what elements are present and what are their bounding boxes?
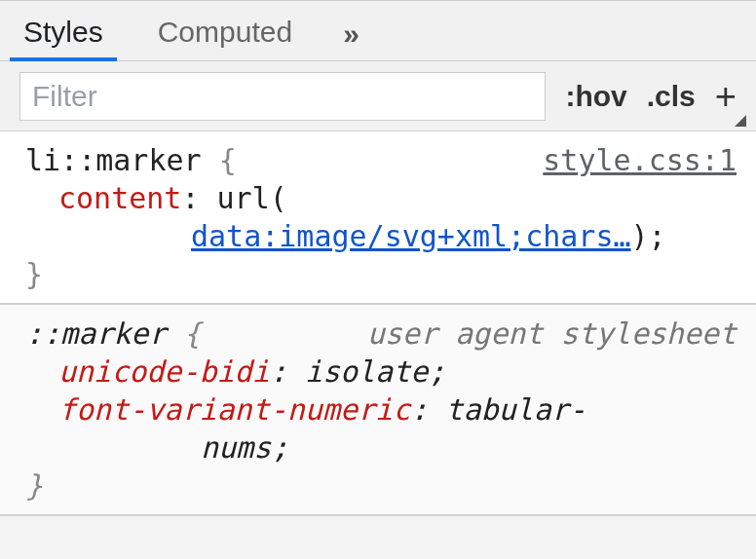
hov-button[interactable]: :hov: [565, 80, 626, 113]
rule-header: li::marker { style.css:1: [25, 141, 737, 179]
open-brace: {: [167, 317, 202, 351]
declaration[interactable]: unicode-bidi: isolate;: [25, 353, 737, 391]
tab-overflow[interactable]: »: [343, 12, 363, 51]
css-value: isolate: [305, 354, 428, 389]
selector[interactable]: li::marker {: [25, 141, 237, 179]
css-property: font-variant-numeric: [58, 392, 410, 427]
css-value-func: url(: [217, 181, 287, 215]
selector[interactable]: ::marker {: [25, 315, 202, 353]
close-brace: }: [25, 466, 737, 504]
cls-button[interactable]: .cls: [647, 80, 696, 113]
selector-text: ::marker: [25, 317, 167, 351]
declaration-continuation[interactable]: nums;: [25, 429, 737, 466]
ua-stylesheet-label: user agent stylesheet: [367, 315, 737, 353]
declaration[interactable]: font-variant-numeric: tabular-: [25, 391, 737, 429]
declaration-continuation[interactable]: data:image/svg+xml;chars…);: [25, 217, 737, 255]
close-brace: }: [25, 255, 737, 293]
css-value: tabular-: [445, 392, 586, 427]
css-property: content: [58, 181, 181, 215]
css-value-tail: );: [631, 219, 666, 253]
styles-toolbar: :hov .cls +: [0, 61, 756, 131]
style-rule-useragent: ::marker { user agent stylesheet unicode…: [0, 305, 756, 516]
filter-input[interactable]: [19, 72, 546, 121]
open-brace: {: [202, 143, 237, 177]
new-rule-button[interactable]: +: [715, 78, 737, 115]
tab-computed[interactable]: Computed: [154, 2, 296, 60]
tab-styles[interactable]: Styles: [19, 2, 107, 60]
source-link[interactable]: style.css:1: [543, 141, 737, 179]
declaration[interactable]: content: url(: [25, 179, 737, 217]
rule-header: ::marker { user agent stylesheet: [25, 315, 737, 353]
rules-list: li::marker { style.css:1 content: url( d…: [0, 131, 756, 516]
data-url-link[interactable]: data:image/svg+xml;chars…: [191, 219, 631, 253]
tabstrip: Styles Computed »: [0, 1, 756, 61]
styles-panel: Styles Computed » :hov .cls + li::marker…: [0, 0, 756, 516]
selector-text: li::marker: [25, 143, 202, 177]
style-rule: li::marker { style.css:1 content: url( d…: [0, 131, 756, 305]
css-value-cont: nums: [201, 430, 271, 465]
css-property: unicode-bidi: [58, 354, 270, 389]
